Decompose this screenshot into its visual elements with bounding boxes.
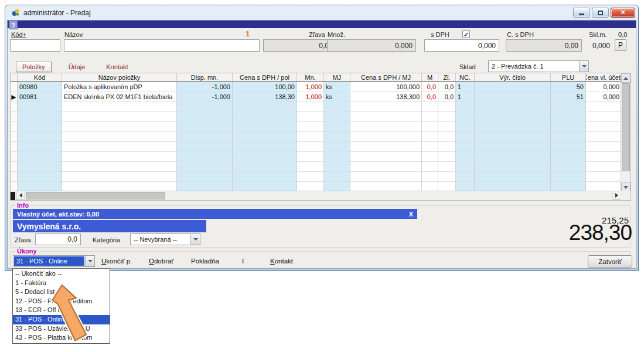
action-button-4[interactable]: I [242, 258, 244, 265]
sdph-checkbox[interactable]: ✓ [462, 31, 470, 38]
column-header[interactable]: NC. [456, 73, 475, 82]
action-button-2[interactable]: Odobrať [149, 258, 174, 265]
tab-položky[interactable]: Položky [16, 62, 52, 72]
vertical-scrollbar[interactable] [621, 73, 631, 192]
table-cell [475, 142, 551, 152]
customer-bar: Vymyslená s.r.o. [13, 220, 206, 232]
dropdown-item[interactable]: -- Ukončiť ako -- [13, 269, 110, 279]
kod-input[interactable] [10, 39, 60, 52]
hscroll-thumb[interactable] [26, 192, 165, 199]
table-cell [422, 142, 438, 152]
nazov-input[interactable] [64, 39, 260, 52]
zlava-top-label: Zľava [309, 31, 325, 38]
kategoria-select[interactable]: -- Nevybraná -- [130, 233, 200, 245]
zatvorit-button[interactable]: Zatvoriť [588, 255, 632, 268]
minimize-button[interactable] [573, 8, 590, 18]
dropdown-item[interactable]: 1 - Faktúra [13, 279, 110, 288]
table-cell [62, 142, 177, 152]
scroll-up-button[interactable] [621, 73, 631, 83]
column-header[interactable]: Disp. mn. [177, 73, 233, 82]
dropdown-item[interactable]: 31 - POS - Online [13, 315, 110, 324]
table-cell [475, 122, 551, 132]
column-header[interactable]: Cena s DPH / MJ [350, 73, 422, 82]
column-header[interactable]: M [422, 73, 438, 82]
table-cell [422, 172, 438, 182]
account-close-button[interactable]: X [409, 211, 413, 218]
zlava-top-input[interactable]: 0,0 [263, 39, 332, 52]
table-cell: 0,0 [438, 92, 456, 102]
table-cell [297, 112, 324, 122]
action-button-5[interactable]: Kontakt [270, 258, 293, 265]
hscroll-block [11, 192, 15, 200]
scroll-right-button[interactable] [612, 191, 621, 200]
chevron-down-icon[interactable] [85, 256, 94, 266]
table-cell [177, 142, 233, 152]
column-header[interactable]: Názov položky [62, 73, 177, 82]
column-header[interactable]: Kód [18, 73, 62, 82]
table-cell [297, 122, 324, 132]
column-header[interactable] [11, 73, 18, 82]
sdph-input[interactable]: 0,000 [424, 39, 499, 52]
desktop: { "window": { "title": "administrátor - … [0, 0, 644, 352]
mnoz-input[interactable]: 0,000 [327, 39, 416, 52]
table-cell [350, 162, 422, 172]
table-cell [177, 112, 233, 122]
table-row[interactable]: ▶00981EDEN skrinka PX 02 M1F1 biela/biel… [11, 92, 622, 102]
ukony-group-label: Úkony [15, 248, 39, 255]
column-header[interactable]: PLU [551, 73, 586, 82]
ukoncit-ako-combobox[interactable]: 31 - POS - Online [13, 255, 95, 267]
help-button[interactable]: ? [9, 21, 18, 29]
sklad-select[interactable]: 2 - Prevádzka č. 1 [488, 60, 589, 72]
vscroll-thumb[interactable] [622, 83, 630, 171]
dropdown-item[interactable]: 5 - Dodací list [13, 287, 110, 297]
action-button-3[interactable]: Pokladňa [191, 258, 219, 265]
table-cell [551, 102, 586, 112]
column-header[interactable]: Mn. [297, 73, 324, 82]
column-header[interactable]: MJ [324, 73, 350, 82]
csdph-input[interactable]: 0,00 [506, 39, 582, 52]
sdph-label: s DPH [431, 31, 449, 38]
table-cell [586, 102, 622, 112]
chevron-down-icon[interactable] [579, 61, 588, 72]
tab-údaje[interactable]: Údaje [62, 62, 91, 72]
maximize-icon [598, 11, 603, 15]
table-cell: 1,000 [297, 92, 324, 102]
table-cell [324, 142, 350, 152]
chevron-down-icon[interactable] [190, 234, 200, 245]
dropdown-item[interactable]: 12 - POS - Platba kreditom [13, 297, 110, 306]
column-header[interactable]: Cena s DPH / pol [233, 73, 297, 82]
table-cell [233, 132, 297, 142]
table-cell [475, 162, 551, 172]
tab-kontakt[interactable]: Kontakt [100, 62, 135, 72]
dropdown-item[interactable]: 43 - POS - Platba kreditom [13, 333, 110, 343]
table-cell [350, 152, 422, 162]
table-cell [350, 122, 422, 132]
table-cell [551, 132, 586, 142]
close-button[interactable]: ✕ [611, 8, 635, 18]
ukoncit-ako-dropdown-list: -- Ukončiť ako --1 - Faktúra5 - Dodací l… [12, 268, 110, 344]
table-cell: 138,300 [350, 92, 422, 102]
p-button[interactable]: P [615, 39, 626, 51]
maximize-button[interactable] [592, 8, 609, 18]
horizontal-scrollbar[interactable] [11, 191, 622, 200]
table-row [11, 132, 622, 142]
table-row [11, 102, 622, 112]
table-cell [324, 172, 350, 182]
column-header[interactable]: Zl. [438, 73, 456, 82]
zlava-bottom-input[interactable]: 0,0 [35, 233, 81, 245]
column-header[interactable]: Cena vl. účet / [586, 73, 622, 82]
table-row [11, 152, 622, 162]
dropdown-item[interactable]: 33 - POS - Uzávierky PLU [13, 324, 110, 334]
scroll-left-button[interactable] [16, 191, 25, 200]
title-bar[interactable]: administrátor - Predaj ✕ [5, 5, 638, 20]
table-cell [438, 152, 456, 162]
table-cell [62, 162, 177, 172]
table-cell [18, 172, 62, 182]
action-button-1[interactable]: Ukončiť p. [101, 258, 132, 265]
table-cell [324, 122, 350, 132]
table-row[interactable]: 00980Položka s aplikovaním pDP-1,000100,… [11, 82, 622, 92]
table-cell [586, 162, 622, 172]
table-cell [475, 172, 551, 182]
column-header[interactable]: Výr. číslo [475, 73, 551, 82]
dropdown-item[interactable]: 13 - ECR - Off line [13, 306, 110, 315]
